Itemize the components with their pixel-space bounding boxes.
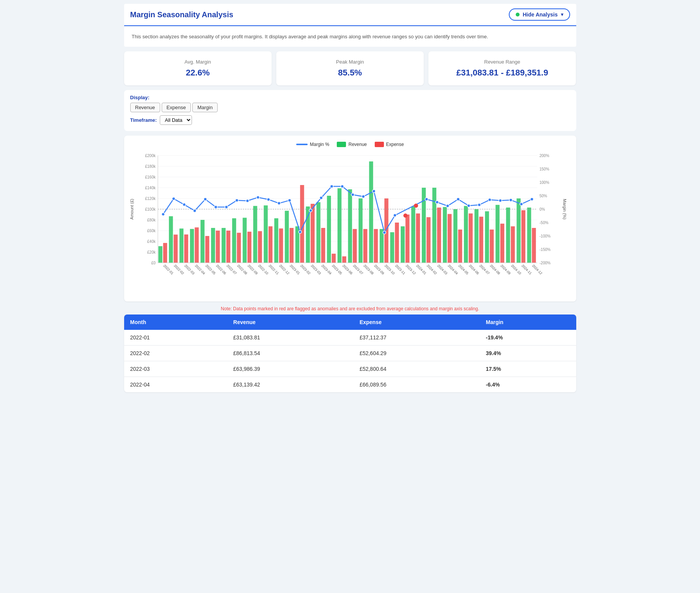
stats-row: Avg. Margin 22.6% Peak Margin 85.5% Reve…	[124, 51, 576, 85]
svg-text:2023-10: 2023-10	[384, 264, 395, 275]
svg-rect-38	[195, 227, 198, 262]
svg-point-111	[235, 198, 238, 201]
svg-text:2024-10: 2024-10	[510, 264, 521, 275]
svg-point-117	[298, 230, 302, 233]
svg-rect-62	[321, 228, 325, 263]
legend-margin-color	[296, 144, 308, 145]
svg-rect-61	[316, 202, 320, 262]
svg-rect-91	[474, 209, 478, 263]
cell-margin: -19.4%	[480, 330, 576, 346]
display-label: Display:	[130, 95, 570, 100]
svg-rect-72	[374, 229, 377, 262]
svg-rect-63	[327, 196, 331, 263]
svg-rect-31	[158, 246, 162, 262]
revenue-range-label: Revenue Range	[434, 59, 570, 65]
svg-text:2024-09: 2024-09	[500, 264, 511, 275]
svg-text:2022-11: 2022-11	[268, 264, 279, 275]
page-title: Margin Seasonality Analysis	[130, 10, 233, 19]
svg-text:2023-04: 2023-04	[320, 264, 332, 275]
svg-rect-33	[169, 216, 172, 263]
display-expense-button[interactable]: Expense	[162, 103, 191, 112]
svg-rect-90	[469, 213, 472, 263]
svg-text:2022-10: 2022-10	[257, 264, 269, 275]
svg-rect-97	[506, 207, 510, 262]
svg-rect-44	[226, 231, 230, 263]
svg-text:Amount (£): Amount (£)	[130, 198, 134, 219]
revenue-range-value: £31,083.81 - £189,351.9	[434, 68, 570, 78]
cell-month: 2022-02	[124, 345, 227, 361]
hide-analysis-button[interactable]: Hide Analysis ▾	[509, 8, 570, 21]
svg-text:£200k: £200k	[145, 154, 156, 158]
svg-text:2023-02: 2023-02	[299, 264, 311, 275]
cell-revenue: £63,986.39	[227, 361, 354, 377]
peak-margin-label: Peak Margin	[282, 59, 418, 65]
svg-text:2023-08: 2023-08	[362, 264, 374, 275]
svg-rect-36	[184, 234, 188, 263]
svg-rect-89	[464, 206, 467, 262]
svg-point-106	[182, 203, 185, 206]
svg-text:2022-03: 2022-03	[184, 264, 195, 275]
svg-rect-67	[348, 189, 352, 263]
svg-point-126	[393, 214, 396, 217]
display-margin-button[interactable]: Margin	[192, 103, 218, 112]
svg-text:£140k: £140k	[145, 186, 156, 190]
svg-text:2022-06: 2022-06	[215, 264, 226, 275]
svg-point-114	[267, 198, 270, 201]
svg-point-127	[403, 213, 407, 217]
svg-point-112	[246, 199, 249, 202]
table-header-row: Month Revenue Expense Margin	[124, 315, 576, 330]
cell-margin: 39.4%	[480, 345, 576, 361]
svg-point-133	[467, 204, 470, 207]
main-chart-svg: £0£20k£40k£60k£80k£100k£120k£140k£160k£1…	[127, 152, 568, 297]
svg-text:2024-04: 2024-04	[447, 264, 458, 275]
legend-margin-label: Margin %	[310, 142, 330, 147]
cell-expense: £52,604.29	[353, 345, 480, 361]
svg-text:£100k: £100k	[145, 207, 156, 211]
cell-expense: £66,089.56	[353, 377, 480, 392]
legend-revenue: Revenue	[337, 142, 367, 147]
svg-text:£40k: £40k	[147, 239, 156, 244]
svg-text:2023-01: 2023-01	[289, 264, 300, 275]
svg-rect-86	[448, 214, 451, 262]
display-revenue-button[interactable]: Revenue	[130, 103, 160, 112]
svg-point-122	[351, 193, 354, 196]
svg-text:2023-11: 2023-11	[394, 264, 406, 275]
svg-text:150%: 150%	[539, 167, 549, 171]
cell-margin: 17.5%	[480, 361, 576, 377]
svg-text:100%: 100%	[539, 180, 549, 185]
svg-text:2022-08: 2022-08	[236, 264, 248, 275]
svg-rect-78	[405, 215, 409, 263]
svg-rect-64	[331, 254, 335, 263]
svg-point-107	[193, 209, 196, 212]
svg-rect-32	[163, 243, 167, 263]
svg-rect-80	[416, 213, 420, 263]
svg-rect-37	[190, 229, 193, 262]
svg-rect-75	[390, 232, 394, 263]
svg-rect-43	[221, 228, 225, 263]
peak-margin-card: Peak Margin 85.5%	[276, 51, 424, 85]
svg-rect-40	[205, 236, 209, 263]
table-row: 2022-03 £63,986.39 £52,800.64 17.5%	[124, 361, 576, 377]
svg-rect-83	[432, 188, 436, 263]
svg-rect-66	[342, 256, 346, 263]
svg-text:-50%: -50%	[539, 221, 548, 225]
svg-rect-54	[279, 228, 283, 263]
svg-text:£160k: £160k	[145, 175, 156, 179]
cell-revenue: £31,083.81	[227, 330, 354, 346]
controls-box: Display: Revenue Expense Margin Timefram…	[124, 90, 576, 131]
svg-point-113	[256, 196, 259, 199]
svg-point-119	[320, 196, 323, 199]
description-text: This section analyzes the seasonality of…	[132, 34, 489, 39]
timeframe-select[interactable]: All Data 2022 2023 2024	[160, 115, 192, 125]
legend-expense-color	[375, 142, 384, 147]
avg-margin-label: Avg. Margin	[130, 59, 266, 65]
svg-rect-100	[521, 210, 525, 262]
svg-text:2024-06: 2024-06	[468, 264, 479, 275]
svg-text:£180k: £180k	[145, 164, 156, 169]
svg-text:2023-05: 2023-05	[331, 264, 343, 275]
svg-text:2022-12: 2022-12	[278, 264, 290, 275]
display-buttons: Revenue Expense Margin	[130, 103, 570, 112]
svg-point-123	[362, 195, 365, 198]
svg-text:2022-04: 2022-04	[194, 264, 205, 275]
svg-point-125	[383, 231, 386, 234]
